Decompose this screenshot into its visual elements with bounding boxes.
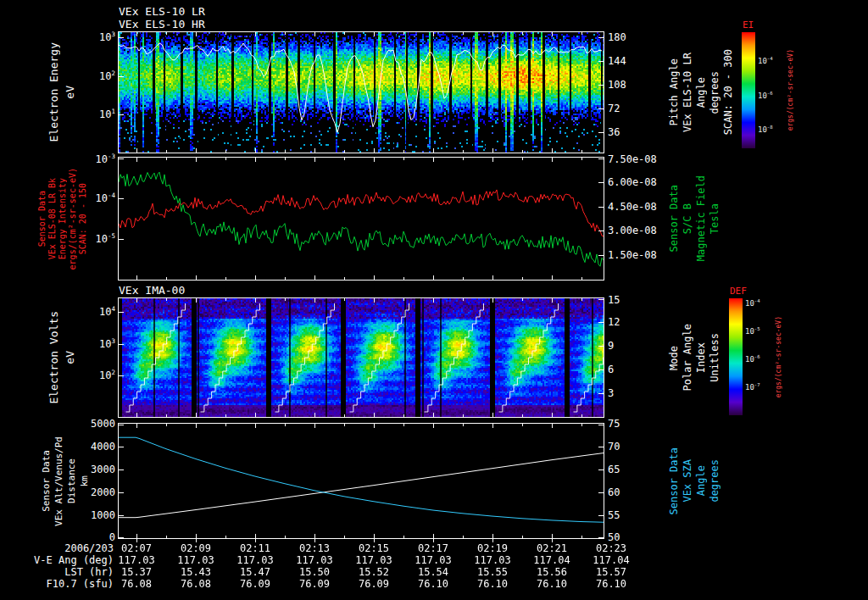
value-cell: 15.50 <box>299 567 330 577</box>
time-tick-mark <box>433 539 434 542</box>
value-cell: 15.52 <box>359 567 389 577</box>
y-tick-label: 180 <box>608 32 670 42</box>
value-cell: 76.09 <box>240 579 270 589</box>
y-tick-label: 103 <box>73 339 115 349</box>
value-cell: 15.43 <box>181 567 211 577</box>
date-label: 2006/203 <box>12 543 114 553</box>
time-tick-mark <box>374 539 375 542</box>
axis-label-line: Energy Intensity <box>58 178 67 259</box>
y-tick-label: 9 <box>608 341 670 351</box>
time-tick-mark <box>136 539 137 542</box>
value-cell: 15.54 <box>418 567 448 577</box>
y-tick-label: 104 <box>73 307 115 317</box>
axis-label-line: Magnetic Field <box>695 175 707 261</box>
y-tick-label: 7.50e-08 <box>608 154 670 164</box>
value-cell: 76.08 <box>121 579 152 589</box>
time-tick-label: 02:11 <box>240 543 270 553</box>
y-tick-label: 70 <box>608 442 670 452</box>
axis-label-group: ModePolar AngleIndexUnitless <box>668 298 721 417</box>
y-tick-label: 36 <box>608 127 670 137</box>
els-colorbar-title: EI <box>743 19 754 31</box>
ima-colorbar-title: DEF <box>730 286 747 297</box>
panel3-title: VEx IMA-00 <box>119 285 185 297</box>
value-cell: 117.03 <box>177 555 214 565</box>
time-tick-label: 02:19 <box>477 543 508 553</box>
colorbar-tick-label: 10-8 <box>758 126 773 134</box>
time-tick-label: 02:21 <box>537 543 567 553</box>
intensity-bfield-canvas <box>119 158 604 280</box>
axis-label-line: eV <box>64 351 76 364</box>
axis-label-line: Electron Energy <box>47 42 60 142</box>
time-tick-label: 02:17 <box>418 543 448 553</box>
time-tick-mark <box>314 539 315 542</box>
value-cell: 76.09 <box>299 579 330 589</box>
axis-label-line: degrees <box>709 71 721 114</box>
axis-label-line: Sensor Data <box>37 191 47 247</box>
value-cell: 76.10 <box>596 579 626 589</box>
colorbar-tick-label: 10-7 <box>745 384 760 392</box>
axis-label-line: Sensor Data <box>668 447 680 514</box>
axis-label-line: Index <box>695 342 707 373</box>
y-tick-label: 102 <box>73 370 115 381</box>
y-tick-label: 6.00e-08 <box>608 177 670 187</box>
colorbar-tick-label: 10-4 <box>758 58 773 65</box>
value-cell: 76.09 <box>359 579 389 589</box>
axis-label-line: Electron Volts <box>47 311 60 404</box>
axis-label-group: Electron VoltseV <box>47 298 76 417</box>
value-cell: 117.04 <box>593 555 629 565</box>
axis-label-line: ergs/(cm²-sr-sec-eV) <box>68 168 77 269</box>
time-tick-mark <box>196 539 197 542</box>
y-tick-label: 15 <box>608 295 670 305</box>
time-tick-mark <box>492 539 493 542</box>
value-cell: 76.10 <box>537 579 567 589</box>
axis-label-line: Sensor Data <box>668 185 680 252</box>
y-tick-label: 1.50e-08 <box>608 250 670 260</box>
value-cell: 117.03 <box>296 555 332 565</box>
axis-label-line: Tesla <box>709 203 721 234</box>
time-tick-label: 02:07 <box>121 543 152 553</box>
row-label: V-E Ang (deg) <box>12 555 114 565</box>
ima-colorbar <box>729 298 743 415</box>
axis-label-line: VEx SZA <box>682 459 693 503</box>
axis-label-group: Sensor DataS/C BMagnetic FieldTesla <box>668 158 721 280</box>
y-tick-label: 3.00e-08 <box>608 225 670 236</box>
time-tick-mark <box>255 539 256 542</box>
els-spectrogram-canvas <box>119 32 604 153</box>
value-cell: 76.08 <box>181 579 211 589</box>
y-tick-label: 72 <box>608 103 670 114</box>
y-tick-label: 12 <box>608 317 670 327</box>
axis-label-line: degrees <box>709 459 721 503</box>
axis-label-line: Pitch Angle <box>668 58 680 125</box>
axis-label-line: SCAN: 20 - 300 <box>722 49 734 135</box>
value-cell: 76.10 <box>477 579 508 589</box>
axis-label-line: ergs/(cm²-sr-sec-eV) <box>787 49 794 131</box>
value-cell: 15.47 <box>240 567 270 577</box>
colorbar-tick-label: 10-6 <box>745 356 760 364</box>
axis-label-group: ergs/(cm²-sr-sec-eV) <box>775 298 782 415</box>
time-tick-label: 02:09 <box>181 543 211 553</box>
axis-label-line: VEx ELS-10 LR <box>682 53 693 132</box>
axis-label-line: Distance <box>66 458 77 503</box>
y-tick-label: 101 <box>73 109 115 119</box>
time-tick-mark <box>552 539 553 542</box>
panel1-title-lr: VEx ELS-10 LR <box>119 6 205 18</box>
value-cell: 117.03 <box>355 555 392 565</box>
axis-label-group: Sensor DataVEx Alt/Venus/PdDistancekm <box>41 424 90 538</box>
value-cell: 117.03 <box>236 555 273 565</box>
axis-label-group: Sensor DataVEx ELS-08 LR BkEnergy Intens… <box>37 158 87 280</box>
colorbar-tick-label: 10-6 <box>758 92 773 100</box>
axis-label-line: Angle <box>695 465 707 496</box>
value-cell: 15.57 <box>596 567 626 577</box>
axis-label-line: Unitless <box>709 333 721 382</box>
axis-label-line: Sensor Data <box>41 450 52 512</box>
value-cell: 15.37 <box>121 567 152 577</box>
panel1-title-hr: VEx ELS-10 HR <box>119 19 205 31</box>
y-tick-label: 3 <box>608 388 670 398</box>
y-tick-label: 50 <box>608 532 670 542</box>
y-tick-label: 108 <box>608 80 670 90</box>
row-label: LST (hr) <box>12 567 114 577</box>
y-tick-label: 65 <box>608 464 670 475</box>
y-tick-label: 4.50e-08 <box>608 202 670 212</box>
value-cell: 15.56 <box>537 567 567 577</box>
colorbar-tick-label: 10-4 <box>745 300 760 308</box>
